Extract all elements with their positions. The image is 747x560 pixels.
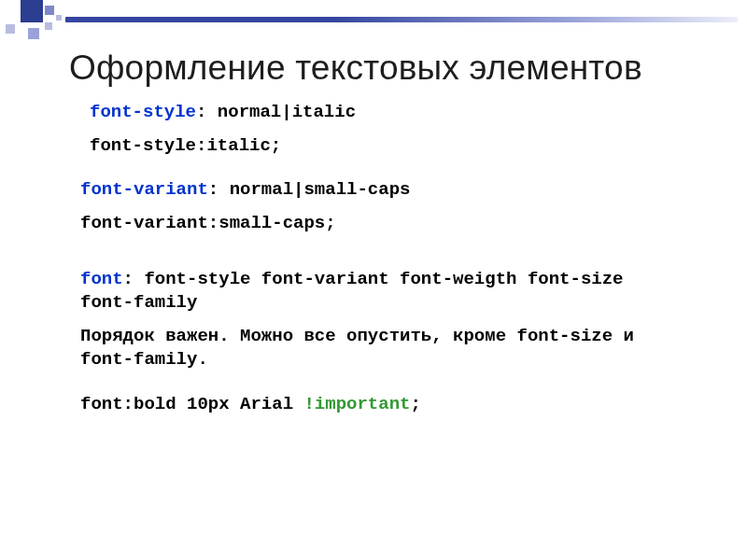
decor-gradient-bar <box>65 17 738 22</box>
decor-square-small <box>28 28 39 39</box>
slide-title: Оформление текстовых элементов <box>69 49 642 88</box>
decor-square-small <box>45 22 52 30</box>
decor-square-large <box>21 0 43 22</box>
line-note: Порядок важен. Можно все опустить, кроме… <box>80 325 659 372</box>
slide-body: font-style: normal|italic font-style:ita… <box>80 101 659 438</box>
line-font-style-syntax: font-style: normal|italic <box>90 101 659 125</box>
slide: Оформление текстовых элементов font-styl… <box>0 0 747 560</box>
decor-square-small <box>45 6 54 15</box>
slide-decoration <box>0 0 747 41</box>
decor-square-small <box>6 24 15 34</box>
line-font-shorthand-example: font:bold 10px Arial !important; <box>80 393 659 417</box>
line-font-variant-syntax: font-variant: normal|small-caps <box>80 178 659 203</box>
decor-square-small <box>56 15 62 21</box>
line-font-shorthand-syntax: font: font-style font-variant font-weigt… <box>80 268 659 315</box>
line-font-variant-example: font-variant:small-caps; <box>80 212 659 236</box>
line-font-style-example: font-style:italic; <box>90 134 659 159</box>
